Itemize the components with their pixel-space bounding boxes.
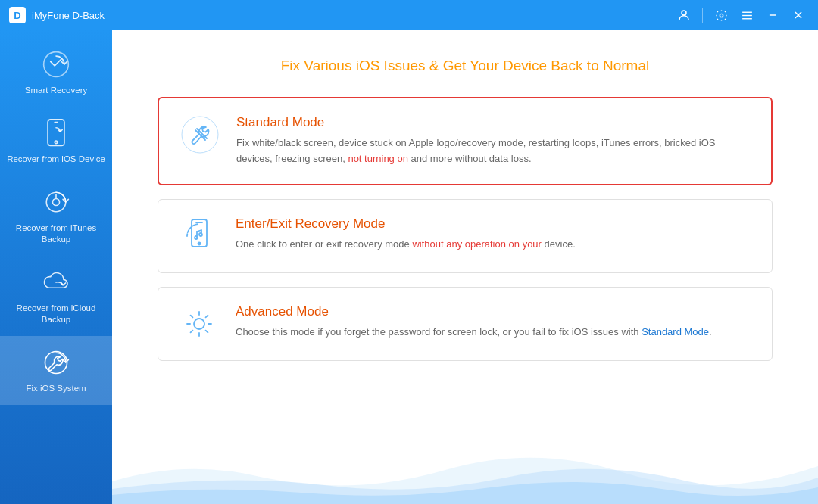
- advanced-mode-text: Advanced Mode Choose this mode if you fo…: [236, 304, 712, 341]
- advanced-mode-card[interactable]: Advanced Mode Choose this mode if you fo…: [158, 287, 773, 361]
- advanced-mode-highlight: Standard Mode: [642, 326, 709, 338]
- enter-exit-recovery-desc: One click to enter or exit recovery mode…: [236, 237, 576, 253]
- settings-icon[interactable]: [710, 5, 732, 26]
- enter-exit-recovery-card[interactable]: Enter/Exit Recovery Mode One click to en…: [158, 199, 773, 273]
- svg-point-1: [720, 14, 723, 17]
- titlebar-controls: [673, 5, 809, 26]
- sidebar: Smart Recovery Recover from iOS Device: [0, 30, 112, 504]
- recover-icloud-icon: [40, 266, 72, 298]
- sidebar-item-recover-icloud-label: Recover from iCloud Backup: [6, 303, 106, 325]
- content-area: Fix Various iOS Issues & Get Your Device…: [112, 30, 818, 504]
- sidebar-item-smart-recovery-label: Smart Recovery: [25, 85, 87, 96]
- standard-mode-card[interactable]: Standard Mode Fix white/black screen, de…: [158, 97, 773, 185]
- standard-mode-text: Standard Mode Fix white/black screen, de…: [236, 115, 750, 167]
- svg-point-15: [45, 351, 67, 373]
- fix-ios-icon: [40, 347, 72, 378]
- enter-exit-highlight: without any operation on your: [412, 238, 542, 250]
- titlebar: D iMyFone D-Back: [0, 0, 818, 30]
- recover-ios-icon: [40, 117, 72, 149]
- user-icon[interactable]: [673, 5, 695, 26]
- sidebar-item-recover-icloud[interactable]: Recover from iCloud Backup: [0, 256, 112, 336]
- enter-exit-recovery-icon: [180, 216, 219, 256]
- standard-mode-desc: Fix white/black screen, device stuck on …: [236, 135, 750, 167]
- sidebar-item-recover-ios-label: Recover from iOS Device: [7, 154, 105, 165]
- enter-exit-recovery-text: Enter/Exit Recovery Mode One click to en…: [236, 216, 576, 253]
- app-logo: D: [9, 7, 26, 23]
- sidebar-item-smart-recovery[interactable]: Smart Recovery: [0, 38, 112, 107]
- sidebar-item-recover-itunes-label: Recover from iTunes Backup: [6, 222, 106, 245]
- minimize-button[interactable]: [762, 5, 783, 26]
- svg-point-23: [199, 233, 202, 236]
- svg-point-13: [52, 198, 59, 205]
- standard-mode-icon: [180, 115, 220, 154]
- enter-exit-recovery-title: Enter/Exit Recovery Mode: [236, 216, 576, 232]
- svg-point-24: [194, 319, 204, 329]
- sidebar-item-recover-ios[interactable]: Recover from iOS Device: [0, 107, 112, 176]
- sidebar-item-fix-ios-label: Fix iOS System: [26, 383, 86, 394]
- recover-itunes-icon: [40, 186, 72, 218]
- separator: [702, 8, 703, 23]
- close-button[interactable]: [788, 5, 809, 26]
- svg-rect-9: [48, 120, 64, 146]
- svg-point-21: [198, 242, 201, 244]
- smart-recovery-icon: [40, 48, 72, 80]
- svg-point-0: [682, 11, 686, 15]
- standard-mode-title: Standard Mode: [236, 115, 750, 130]
- content-inner: Fix Various iOS Issues & Get Your Device…: [112, 30, 818, 504]
- sidebar-item-recover-itunes[interactable]: Recover from iTunes Backup: [0, 176, 112, 256]
- menu-icon[interactable]: [736, 5, 757, 26]
- app-title: iMyFone D-Back: [32, 10, 673, 21]
- standard-mode-highlight: not turning on: [348, 153, 408, 164]
- sidebar-item-fix-ios[interactable]: Fix iOS System: [0, 336, 112, 405]
- advanced-mode-title: Advanced Mode: [236, 304, 712, 319]
- svg-point-11: [55, 141, 58, 144]
- advanced-mode-desc: Choose this mode if you forget the passw…: [236, 325, 712, 341]
- main-layout: Smart Recovery Recover from iOS Device: [0, 30, 818, 504]
- advanced-mode-icon: [180, 304, 219, 344]
- page-heading: Fix Various iOS Issues & Get Your Device…: [158, 58, 773, 74]
- svg-point-22: [195, 236, 198, 239]
